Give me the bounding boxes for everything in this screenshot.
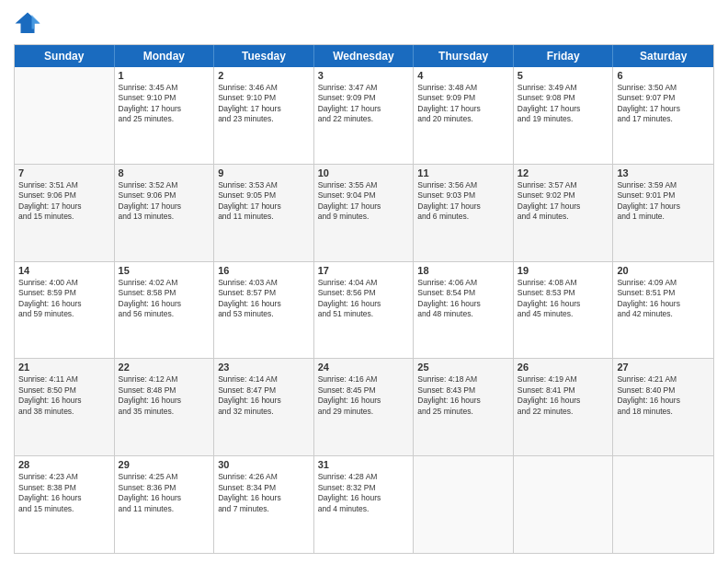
day-cell-18: 18Sunrise: 4:06 AM Sunset: 8:54 PM Dayli… <box>414 262 514 359</box>
day-number: 30 <box>218 459 310 470</box>
svg-marker-1 <box>32 15 40 29</box>
day-number: 1 <box>119 70 210 81</box>
header-day-sunday: Sunday <box>15 45 115 67</box>
day-number: 2 <box>218 70 310 81</box>
empty-cell <box>15 67 115 164</box>
day-info: Sunrise: 4:02 AM Sunset: 8:58 PM Dayligh… <box>119 278 210 320</box>
day-info: Sunrise: 3:53 AM Sunset: 9:05 PM Dayligh… <box>218 180 310 223</box>
day-number: 12 <box>518 167 609 178</box>
page: SundayMondayTuesdayWednesdayThursdayFrid… <box>0 0 728 563</box>
day-number: 27 <box>617 362 710 373</box>
day-info: Sunrise: 4:23 AM Sunset: 8:38 PM Dayligh… <box>18 472 110 514</box>
day-info: Sunrise: 4:03 AM Sunset: 8:57 PM Dayligh… <box>218 278 310 320</box>
day-cell-4: 4Sunrise: 3:48 AM Sunset: 9:09 PM Daylig… <box>414 67 514 164</box>
empty-cell <box>414 456 514 553</box>
header-day-tuesday: Tuesday <box>214 45 314 67</box>
day-cell-20: 20Sunrise: 4:09 AM Sunset: 8:51 PM Dayli… <box>613 262 713 359</box>
day-cell-1: 1Sunrise: 3:45 AM Sunset: 9:10 PM Daylig… <box>115 67 215 164</box>
day-info: Sunrise: 4:11 AM Sunset: 8:50 PM Dayligh… <box>18 374 110 417</box>
day-cell-19: 19Sunrise: 4:08 AM Sunset: 8:53 PM Dayli… <box>514 262 614 359</box>
day-cell-28: 28Sunrise: 4:23 AM Sunset: 8:38 PM Dayli… <box>15 456 115 553</box>
day-cell-26: 26Sunrise: 4:19 AM Sunset: 8:41 PM Dayli… <box>514 359 614 455</box>
day-info: Sunrise: 4:28 AM Sunset: 8:32 PM Dayligh… <box>318 472 410 514</box>
day-number: 10 <box>318 167 410 178</box>
day-number: 19 <box>518 265 609 276</box>
day-number: 5 <box>518 70 609 81</box>
day-info: Sunrise: 4:08 AM Sunset: 8:53 PM Dayligh… <box>518 278 609 320</box>
day-info: Sunrise: 4:12 AM Sunset: 8:48 PM Dayligh… <box>119 374 210 417</box>
day-number: 3 <box>318 70 410 81</box>
day-cell-2: 2Sunrise: 3:46 AM Sunset: 9:10 PM Daylig… <box>214 67 314 164</box>
day-cell-7: 7Sunrise: 3:51 AM Sunset: 9:06 PM Daylig… <box>15 165 115 261</box>
day-number: 11 <box>417 167 509 178</box>
day-info: Sunrise: 3:47 AM Sunset: 9:09 PM Dayligh… <box>318 83 410 125</box>
day-number: 16 <box>218 265 310 276</box>
day-number: 4 <box>417 70 509 81</box>
calendar: SundayMondayTuesdayWednesdayThursdayFrid… <box>14 44 714 554</box>
day-number: 25 <box>417 362 509 373</box>
day-number: 15 <box>119 265 210 276</box>
day-cell-13: 13Sunrise: 3:59 AM Sunset: 9:01 PM Dayli… <box>613 165 713 261</box>
day-info: Sunrise: 3:55 AM Sunset: 9:04 PM Dayligh… <box>318 180 410 223</box>
calendar-row-2: 7Sunrise: 3:51 AM Sunset: 9:06 PM Daylig… <box>15 165 713 262</box>
day-cell-27: 27Sunrise: 4:21 AM Sunset: 8:40 PM Dayli… <box>613 359 713 455</box>
day-number: 20 <box>617 265 710 276</box>
day-number: 7 <box>18 167 110 178</box>
empty-cell <box>613 456 713 553</box>
day-cell-31: 31Sunrise: 4:28 AM Sunset: 8:32 PM Dayli… <box>314 456 415 553</box>
logo-icon <box>14 9 41 37</box>
calendar-header: SundayMondayTuesdayWednesdayThursdayFrid… <box>15 45 713 67</box>
day-number: 31 <box>318 459 410 470</box>
header-day-saturday: Saturday <box>613 45 713 67</box>
day-number: 13 <box>617 167 710 178</box>
day-info: Sunrise: 4:18 AM Sunset: 8:43 PM Dayligh… <box>417 374 509 417</box>
day-info: Sunrise: 4:14 AM Sunset: 8:47 PM Dayligh… <box>218 374 310 417</box>
day-cell-29: 29Sunrise: 4:25 AM Sunset: 8:36 PM Dayli… <box>115 456 215 553</box>
header-day-wednesday: Wednesday <box>314 45 415 67</box>
day-info: Sunrise: 3:49 AM Sunset: 9:08 PM Dayligh… <box>518 83 609 125</box>
calendar-row-5: 28Sunrise: 4:23 AM Sunset: 8:38 PM Dayli… <box>15 456 713 553</box>
day-cell-5: 5Sunrise: 3:49 AM Sunset: 9:08 PM Daylig… <box>514 67 614 164</box>
day-cell-16: 16Sunrise: 4:03 AM Sunset: 8:57 PM Dayli… <box>214 262 314 359</box>
header-day-monday: Monday <box>115 45 215 67</box>
day-info: Sunrise: 4:06 AM Sunset: 8:54 PM Dayligh… <box>417 278 509 320</box>
day-cell-14: 14Sunrise: 4:00 AM Sunset: 8:59 PM Dayli… <box>15 262 115 359</box>
day-info: Sunrise: 3:52 AM Sunset: 9:06 PM Dayligh… <box>119 180 210 223</box>
day-number: 23 <box>218 362 310 373</box>
day-info: Sunrise: 4:26 AM Sunset: 8:34 PM Dayligh… <box>218 472 310 514</box>
day-cell-12: 12Sunrise: 3:57 AM Sunset: 9:02 PM Dayli… <box>514 165 614 261</box>
day-number: 6 <box>617 70 710 81</box>
day-number: 18 <box>417 265 509 276</box>
day-number: 14 <box>18 265 110 276</box>
header-day-thursday: Thursday <box>414 45 514 67</box>
day-cell-15: 15Sunrise: 4:02 AM Sunset: 8:58 PM Dayli… <box>115 262 215 359</box>
day-cell-25: 25Sunrise: 4:18 AM Sunset: 8:43 PM Dayli… <box>414 359 514 455</box>
day-info: Sunrise: 4:00 AM Sunset: 8:59 PM Dayligh… <box>18 278 110 320</box>
header-day-friday: Friday <box>514 45 614 67</box>
day-info: Sunrise: 3:48 AM Sunset: 9:09 PM Dayligh… <box>417 83 509 125</box>
day-number: 29 <box>119 459 210 470</box>
day-cell-23: 23Sunrise: 4:14 AM Sunset: 8:47 PM Dayli… <box>214 359 314 455</box>
day-info: Sunrise: 3:57 AM Sunset: 9:02 PM Dayligh… <box>518 180 609 223</box>
day-cell-11: 11Sunrise: 3:56 AM Sunset: 9:03 PM Dayli… <box>414 165 514 261</box>
day-cell-8: 8Sunrise: 3:52 AM Sunset: 9:06 PM Daylig… <box>115 165 215 261</box>
day-info: Sunrise: 3:45 AM Sunset: 9:10 PM Dayligh… <box>119 83 210 125</box>
header <box>14 9 714 37</box>
day-info: Sunrise: 4:04 AM Sunset: 8:56 PM Dayligh… <box>318 278 410 320</box>
day-cell-22: 22Sunrise: 4:12 AM Sunset: 8:48 PM Dayli… <box>115 359 215 455</box>
day-info: Sunrise: 4:25 AM Sunset: 8:36 PM Dayligh… <box>119 472 210 514</box>
day-info: Sunrise: 4:16 AM Sunset: 8:45 PM Dayligh… <box>318 374 410 417</box>
day-info: Sunrise: 3:50 AM Sunset: 9:07 PM Dayligh… <box>617 83 710 125</box>
day-info: Sunrise: 3:56 AM Sunset: 9:03 PM Dayligh… <box>417 180 509 223</box>
day-info: Sunrise: 4:09 AM Sunset: 8:51 PM Dayligh… <box>617 278 710 320</box>
empty-cell <box>514 456 614 553</box>
day-info: Sunrise: 3:46 AM Sunset: 9:10 PM Dayligh… <box>218 83 310 125</box>
day-cell-10: 10Sunrise: 3:55 AM Sunset: 9:04 PM Dayli… <box>314 165 415 261</box>
day-number: 8 <box>119 167 210 178</box>
day-cell-3: 3Sunrise: 3:47 AM Sunset: 9:09 PM Daylig… <box>314 67 415 164</box>
day-cell-9: 9Sunrise: 3:53 AM Sunset: 9:05 PM Daylig… <box>214 165 314 261</box>
calendar-row-1: 1Sunrise: 3:45 AM Sunset: 9:10 PM Daylig… <box>15 67 713 165</box>
day-cell-17: 17Sunrise: 4:04 AM Sunset: 8:56 PM Dayli… <box>314 262 415 359</box>
day-info: Sunrise: 4:19 AM Sunset: 8:41 PM Dayligh… <box>518 374 609 417</box>
calendar-row-4: 21Sunrise: 4:11 AM Sunset: 8:50 PM Dayli… <box>15 359 713 456</box>
